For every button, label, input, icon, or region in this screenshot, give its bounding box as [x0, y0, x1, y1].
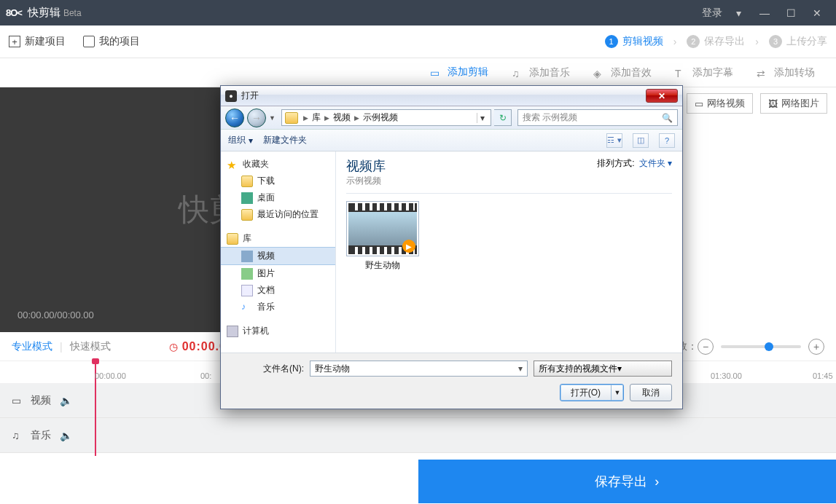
nav-back-button[interactable]: ← — [225, 109, 244, 127]
organize-button[interactable]: 组织 ▾ — [228, 134, 253, 146]
beta-label: Beta — [63, 8, 82, 18]
sidebar-computer[interactable]: 计算机 — [221, 323, 335, 339]
sidebar-item-downloads[interactable]: 下载 — [221, 173, 335, 189]
dropdown-icon: ▾ — [249, 135, 253, 146]
breadcrumb-item[interactable]: 视频 — [332, 111, 352, 124]
sidebar-item-label: 桌面 — [257, 192, 275, 204]
step-label: 保存导出 — [704, 35, 745, 48]
filename-input[interactable]: 野生动物 ▾ — [310, 361, 528, 377]
sidebar-label: 收藏夹 — [243, 158, 269, 170]
ruler-tick: 00: — [200, 371, 211, 380]
star-icon: ★ — [227, 159, 238, 170]
breadcrumb-item[interactable]: 示例视频 — [362, 111, 399, 124]
music-track-icon: ♫ — [12, 430, 25, 441]
zoom-in-button[interactable]: + — [808, 339, 824, 355]
library-subtitle: 示例视频 — [346, 175, 386, 187]
net-video-button[interactable]: ▭ 网络视频 — [687, 93, 753, 114]
filename-value: 野生动物 — [315, 363, 350, 375]
doc-lib-icon — [241, 285, 253, 296]
cancel-button[interactable]: 取消 — [630, 384, 672, 401]
filetype-dropdown[interactable]: 所有支持的视频文件 ▾ — [534, 361, 672, 377]
zoom-out-button[interactable]: − — [698, 339, 714, 355]
tab-add-subtitle[interactable]: T 添加字幕 — [663, 58, 745, 87]
view-mode-button[interactable]: ☶ ▾ — [606, 133, 622, 148]
sidebar-item-pictures[interactable]: 图片 — [221, 265, 335, 282]
dialog-sidebar: ★ 收藏夹 下载 桌面 最近访问的位置 库 视频 图片 文档 ♪音乐 — [221, 151, 336, 353]
dialog-content[interactable]: 视频库 示例视频 排列方式: 文件夹 ▾ ▶ 野生动物 — [336, 151, 682, 353]
download-icon — [241, 176, 253, 187]
tab-add-sfx[interactable]: ◈ 添加音效 — [582, 58, 663, 87]
tab-label: 添加剪辑 — [448, 66, 488, 79]
chevron-right-icon[interactable]: ▶ — [301, 114, 310, 122]
nav-history-dropdown[interactable]: ▼ — [269, 114, 276, 122]
sidebar-item-recent[interactable]: 最近访问的位置 — [221, 206, 335, 223]
preview-pane-button[interactable]: ◫ — [633, 133, 649, 148]
new-project-button[interactable]: + 新建项目 — [9, 35, 66, 48]
nav-forward-button[interactable]: → — [247, 109, 266, 127]
minimize-button[interactable]: — — [751, 7, 778, 19]
step-num: 2 — [687, 35, 700, 48]
tab-add-transition[interactable]: ⇄ 添加转场 — [745, 58, 827, 87]
folder-icon — [285, 112, 298, 124]
sfx-icon: ◈ — [593, 68, 606, 78]
step-export[interactable]: 2 保存导出 — [687, 35, 745, 48]
dropdown-icon[interactable]: ▾ — [725, 7, 751, 19]
slider-knob[interactable] — [765, 342, 773, 351]
zoom-slider[interactable] — [721, 345, 801, 348]
sidebar-item-label: 图片 — [257, 267, 275, 280]
clock-icon: ◷ — [169, 341, 178, 353]
sidebar-item-desktop[interactable]: 桌面 — [221, 189, 335, 206]
ruler-tick: 01:45 — [813, 371, 833, 380]
search-input[interactable]: 搜索 示例视频 🔍 — [517, 109, 678, 126]
net-image-button[interactable]: 🖼 网络图片 — [760, 93, 827, 114]
maximize-button[interactable]: ☐ — [778, 7, 804, 19]
open-label: 打开(O) — [560, 385, 612, 401]
address-dropdown[interactable]: ▾ — [477, 113, 488, 123]
sidebar-item-videos[interactable]: 视频 — [221, 247, 335, 265]
tab-add-clip[interactable]: ▭ 添加剪辑 — [418, 58, 500, 87]
mute-button[interactable]: 🔈 — [60, 430, 72, 441]
app-logo: 8O< — [6, 7, 22, 18]
sidebar-item-label: 音乐 — [257, 301, 275, 313]
step-edit[interactable]: 1 剪辑视频 — [605, 35, 663, 48]
sidebar-label: 库 — [243, 232, 251, 245]
mute-button[interactable]: 🔈 — [60, 395, 72, 406]
video-icon: ▭ — [430, 67, 443, 77]
open-split-dropdown[interactable]: ▼ — [612, 389, 623, 396]
step-upload[interactable]: 3 上传分享 — [769, 35, 827, 48]
chevron-right-icon[interactable]: ▶ — [322, 114, 332, 122]
pro-mode-button[interactable]: 专业模式 — [12, 340, 52, 353]
sidebar-favorites[interactable]: ★ 收藏夹 — [221, 156, 335, 173]
track-label: 音乐 — [31, 429, 51, 442]
sidebar-library[interactable]: 库 — [221, 230, 335, 247]
transition-icon: ⇄ — [757, 68, 770, 78]
file-item-wildlife[interactable]: ▶ 野生动物 — [346, 201, 419, 272]
chevron-right-icon[interactable]: ▶ — [352, 114, 362, 122]
recent-icon — [241, 209, 253, 221]
music-track[interactable]: ♫ 音乐 🔈 — [0, 418, 836, 453]
step-num: 1 — [605, 35, 618, 48]
step-label: 剪辑视频 — [622, 35, 663, 48]
music-lib-icon: ♪ — [241, 302, 253, 313]
sidebar-item-documents[interactable]: 文档 — [221, 282, 335, 299]
export-button[interactable]: 保存导出 › — [418, 460, 837, 503]
refresh-button[interactable]: ↻ — [494, 109, 512, 126]
dialog-titlebar[interactable]: ● 打开 ✕ — [221, 86, 682, 106]
step-label: 上传分享 — [786, 35, 827, 48]
dialog-close-button[interactable]: ✕ — [646, 89, 678, 103]
net-video-label: 网络视频 — [707, 97, 745, 110]
address-bar[interactable]: ▶ 库 ▶ 视频 ▶ 示例视频 ▾ — [281, 109, 491, 126]
sort-dropdown[interactable]: 文件夹 ▾ — [639, 157, 672, 170]
login-button[interactable]: 登录 — [699, 7, 725, 20]
new-folder-button[interactable]: 新建文件夹 — [263, 134, 307, 146]
search-icon[interactable]: 🔍 — [662, 113, 673, 123]
open-button[interactable]: 打开(O) ▼ — [560, 384, 624, 401]
dropdown-icon[interactable]: ▾ — [518, 363, 523, 374]
quick-mode-button[interactable]: 快速模式 — [70, 340, 111, 353]
breadcrumb-item[interactable]: 库 — [310, 111, 322, 124]
help-button[interactable]: ? — [659, 133, 675, 148]
close-button[interactable]: ✕ — [804, 7, 830, 19]
tab-add-music[interactable]: ♫ 添加音乐 — [500, 58, 582, 87]
my-projects-button[interactable]: 我的项目 — [83, 35, 140, 48]
sidebar-item-music[interactable]: ♪音乐 — [221, 299, 335, 315]
